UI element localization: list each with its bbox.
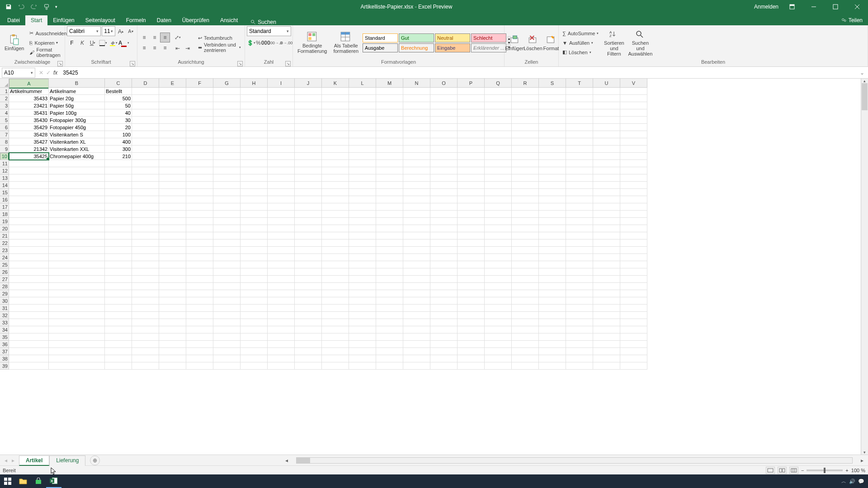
- cell-D17[interactable]: [132, 203, 159, 211]
- cell-U19[interactable]: [593, 218, 620, 225]
- cell-C37[interactable]: [105, 348, 132, 355]
- cell-J35[interactable]: [295, 333, 322, 341]
- cell-V5[interactable]: [620, 117, 647, 124]
- cell-J4[interactable]: [295, 109, 322, 117]
- cell-D36[interactable]: [132, 341, 159, 348]
- cell-A12[interactable]: [9, 167, 49, 174]
- cell-G25[interactable]: [213, 261, 241, 268]
- cancel-formula-icon[interactable]: ✕: [39, 70, 43, 76]
- cell-A19[interactable]: [9, 218, 49, 225]
- cell-R21[interactable]: [512, 232, 539, 239]
- cell-C39[interactable]: [105, 362, 132, 370]
- cell-O26[interactable]: [430, 268, 458, 276]
- cell-B37[interactable]: [49, 348, 105, 355]
- cell-M36[interactable]: [376, 341, 403, 348]
- cell-M15[interactable]: [376, 189, 403, 196]
- cell-J30[interactable]: [295, 297, 322, 305]
- cell-J3[interactable]: [295, 102, 322, 109]
- cell-T14[interactable]: [566, 182, 593, 189]
- cell-F19[interactable]: [186, 218, 213, 225]
- row-header-32[interactable]: 32: [0, 312, 9, 319]
- cell-F5[interactable]: [186, 117, 213, 124]
- align-top-button[interactable]: ≡: [139, 33, 149, 42]
- cell-A10[interactable]: 35425: [9, 153, 49, 160]
- cell-H5[interactable]: [241, 117, 268, 124]
- cell-M13[interactable]: [376, 174, 403, 182]
- cell-E5[interactable]: [159, 117, 186, 124]
- cell-N3[interactable]: [403, 102, 430, 109]
- row-header-34[interactable]: 34: [0, 326, 9, 333]
- cell-S1[interactable]: [539, 88, 566, 95]
- cell-S17[interactable]: [539, 203, 566, 211]
- style-neutral[interactable]: Neutral: [435, 33, 470, 42]
- cell-V10[interactable]: [620, 153, 647, 160]
- bold-button[interactable]: F: [67, 38, 77, 48]
- close-button[interactable]: [849, 1, 865, 13]
- cell-H9[interactable]: [241, 145, 268, 153]
- cell-T24[interactable]: [566, 254, 593, 261]
- cell-I36[interactable]: [268, 341, 295, 348]
- cell-G36[interactable]: [213, 341, 241, 348]
- cell-P33[interactable]: [458, 319, 485, 326]
- cell-I23[interactable]: [268, 247, 295, 254]
- cell-E18[interactable]: [159, 211, 186, 218]
- cell-G15[interactable]: [213, 189, 241, 196]
- cell-U9[interactable]: [593, 145, 620, 153]
- cell-K3[interactable]: [322, 102, 349, 109]
- cell-E35[interactable]: [159, 333, 186, 341]
- cell-B10[interactable]: Chromepapier 400g: [49, 153, 105, 160]
- cell-F21[interactable]: [186, 232, 213, 239]
- cell-O23[interactable]: [430, 247, 458, 254]
- cell-H22[interactable]: [241, 239, 268, 247]
- cell-J22[interactable]: [295, 239, 322, 247]
- cell-T23[interactable]: [566, 247, 593, 254]
- cell-L3[interactable]: [349, 102, 376, 109]
- row-header-17[interactable]: 17: [0, 203, 9, 211]
- cell-I3[interactable]: [268, 102, 295, 109]
- cell-N19[interactable]: [403, 218, 430, 225]
- col-header-H[interactable]: H: [241, 79, 268, 88]
- cell-V7[interactable]: [620, 131, 647, 138]
- cell-D15[interactable]: [132, 189, 159, 196]
- cell-R22[interactable]: [512, 239, 539, 247]
- cell-O12[interactable]: [430, 167, 458, 174]
- cell-F18[interactable]: [186, 211, 213, 218]
- fill-color-button[interactable]: ▾: [108, 38, 118, 48]
- cell-P19[interactable]: [458, 218, 485, 225]
- cell-L37[interactable]: [349, 348, 376, 355]
- cell-F9[interactable]: [186, 145, 213, 153]
- cell-S11[interactable]: [539, 160, 566, 167]
- cell-N30[interactable]: [403, 297, 430, 305]
- cell-L12[interactable]: [349, 167, 376, 174]
- cell-B9[interactable]: Visitenkarten XXL: [49, 145, 105, 153]
- cell-R18[interactable]: [512, 211, 539, 218]
- col-header-I[interactable]: I: [268, 79, 295, 88]
- cell-Q33[interactable]: [485, 319, 512, 326]
- cell-J2[interactable]: [295, 95, 322, 102]
- cell-R10[interactable]: [512, 153, 539, 160]
- cell-P37[interactable]: [458, 348, 485, 355]
- col-header-O[interactable]: O: [430, 79, 458, 88]
- cell-V39[interactable]: [620, 362, 647, 370]
- cell-M17[interactable]: [376, 203, 403, 211]
- tab-start[interactable]: Start: [25, 15, 47, 25]
- cell-E12[interactable]: [159, 167, 186, 174]
- cell-D27[interactable]: [132, 276, 159, 283]
- redo-button[interactable]: [28, 1, 40, 13]
- cell-S18[interactable]: [539, 211, 566, 218]
- cell-D22[interactable]: [132, 239, 159, 247]
- row-header-10[interactable]: 10: [0, 153, 9, 160]
- view-pagebreak-button[interactable]: [789, 467, 798, 474]
- row-header-8[interactable]: 8: [0, 138, 9, 145]
- cell-D7[interactable]: [132, 131, 159, 138]
- cell-G34[interactable]: [213, 326, 241, 333]
- cell-F33[interactable]: [186, 319, 213, 326]
- cell-H24[interactable]: [241, 254, 268, 261]
- cell-R25[interactable]: [512, 261, 539, 268]
- cell-T12[interactable]: [566, 167, 593, 174]
- cell-K19[interactable]: [322, 218, 349, 225]
- cell-I31[interactable]: [268, 305, 295, 312]
- cell-O18[interactable]: [430, 211, 458, 218]
- row-header-38[interactable]: 38: [0, 355, 9, 362]
- col-header-E[interactable]: E: [159, 79, 186, 88]
